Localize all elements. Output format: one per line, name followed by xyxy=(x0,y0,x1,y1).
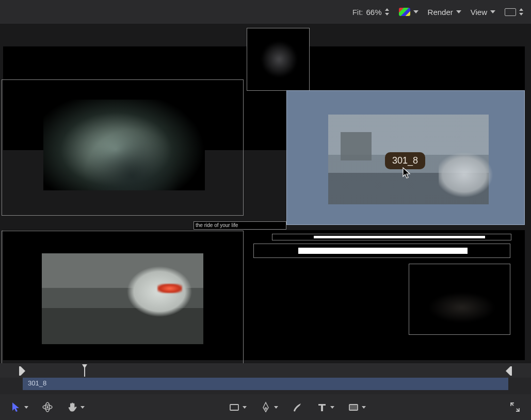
color-channels-menu[interactable] xyxy=(399,8,419,16)
text-layer-bar-1[interactable] xyxy=(272,234,511,240)
drop-zone-1[interactable] xyxy=(2,79,244,216)
arrow-cursor-icon xyxy=(10,401,22,413)
chevron-down-icon xyxy=(413,10,419,13)
cursor-icon xyxy=(403,167,412,180)
tool-toolbar xyxy=(0,394,531,420)
pen-tool[interactable] xyxy=(260,401,278,413)
fit-value: 66% xyxy=(366,8,382,17)
svg-rect-4 xyxy=(349,405,358,410)
chevron-down-icon xyxy=(243,406,247,409)
chevron-down-icon xyxy=(330,406,334,409)
pan-tool[interactable] xyxy=(67,401,85,413)
mini-timeline: 301_8 xyxy=(0,363,531,394)
chevron-down-icon xyxy=(24,406,28,409)
stepper-icon xyxy=(385,8,390,15)
fit-zoom-control[interactable]: Fit: 66% xyxy=(352,8,390,17)
timeline-clip-bar[interactable]: 301_8 xyxy=(23,378,508,390)
mask-tool[interactable] xyxy=(348,401,366,413)
paint-stroke-tool[interactable] xyxy=(292,401,303,413)
canvas[interactable]: 301_8 the ride of your life xyxy=(0,24,531,363)
select-tool[interactable] xyxy=(10,401,28,413)
orbit-icon xyxy=(42,401,53,413)
clip-thumbnail-car xyxy=(439,153,495,202)
fit-label: Fit: xyxy=(352,8,363,17)
color-channels-icon xyxy=(399,8,410,16)
timeline-ruler[interactable] xyxy=(0,363,531,378)
out-point-marker[interactable] xyxy=(506,366,510,376)
text-tool[interactable] xyxy=(316,401,334,413)
expand-arrows-icon xyxy=(509,401,521,413)
in-point-marker[interactable] xyxy=(21,366,25,376)
playhead[interactable] xyxy=(82,364,87,377)
fullscreen-button[interactable] xyxy=(509,401,521,413)
text-t-icon xyxy=(316,401,328,413)
chevron-down-icon xyxy=(274,406,278,409)
render-label: Render xyxy=(428,8,453,17)
render-menu[interactable]: Render xyxy=(428,8,461,17)
chevron-down-icon xyxy=(81,406,85,409)
clip-thumbnail-dust xyxy=(428,292,495,323)
text-layer-bar-2[interactable] xyxy=(253,244,510,258)
aspect-ratio-icon xyxy=(505,8,516,16)
chevron-down-icon xyxy=(456,10,461,13)
clip-thumbnail-building xyxy=(341,132,372,160)
stepper-icon xyxy=(519,8,524,15)
rectangle-mask-icon xyxy=(348,401,359,413)
smoke-particle-icon xyxy=(256,36,302,83)
timeline-clip-name: 301_8 xyxy=(28,379,46,387)
view-label: View xyxy=(471,8,487,17)
viewer-toolbar: Fit: 66% Render View xyxy=(0,0,531,24)
drop-zone-2[interactable] xyxy=(2,231,244,366)
text-layer-small[interactable]: the ride of your life xyxy=(194,221,286,230)
rectangle-icon xyxy=(229,401,240,413)
view-menu[interactable]: View xyxy=(471,8,495,17)
chevron-down-icon xyxy=(490,10,495,13)
chevron-down-icon xyxy=(362,406,366,409)
svg-rect-3 xyxy=(230,405,238,410)
shape-tool[interactable] xyxy=(229,401,247,413)
3d-transform-tool[interactable] xyxy=(42,401,53,413)
hand-icon xyxy=(67,401,78,413)
aspect-ratio-menu[interactable] xyxy=(505,8,524,16)
brush-icon xyxy=(292,401,303,413)
pen-nib-icon xyxy=(260,401,271,413)
svg-point-2 xyxy=(46,406,49,408)
